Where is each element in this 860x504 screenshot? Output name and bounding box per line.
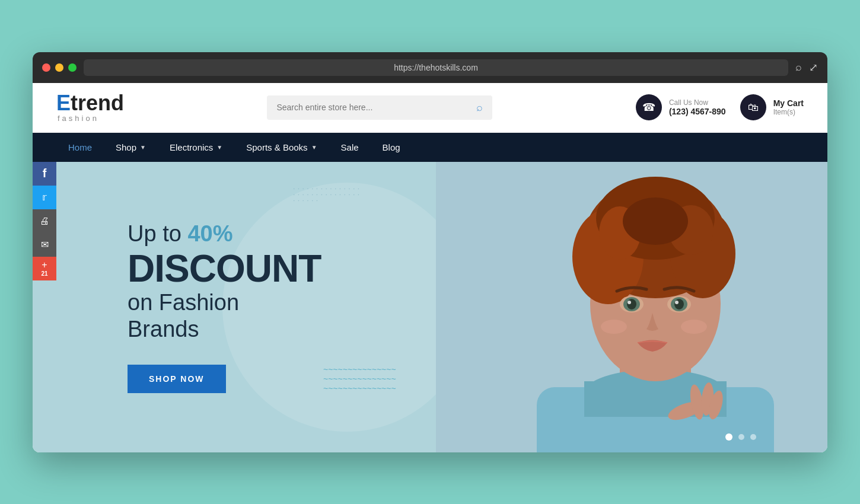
search-icon[interactable]: ⌕ <box>795 61 802 74</box>
facebook-icon: f <box>43 167 47 180</box>
svg-point-20 <box>674 299 684 310</box>
email-icon: ✉ <box>41 239 49 250</box>
cart-sub: Item(s) <box>773 108 804 116</box>
website: Etrend fashion ⌕ ☎ Call Us Now (123) 456… <box>33 83 827 452</box>
hero-image-svg <box>436 162 827 452</box>
hero-percent: 40% <box>187 221 232 246</box>
logo[interactable]: Etrend fashion <box>56 92 124 123</box>
nav-link-sale[interactable]: Sale <box>329 133 371 162</box>
cart-icon: 🛍 <box>740 94 766 120</box>
contact-number: (123) 4567-890 <box>669 107 726 116</box>
nav-item-shop[interactable]: Shop ▼ <box>104 133 158 162</box>
nav-item-electronics[interactable]: Electronics ▼ <box>158 133 234 162</box>
email-button[interactable]: ✉ <box>33 233 56 257</box>
nav-item-home[interactable]: Home <box>56 133 104 162</box>
twitter-button[interactable]: 𝕣 <box>33 186 56 209</box>
nav-item-sports-books[interactable]: Sports & Books ▼ <box>234 133 329 162</box>
chevron-down-icon: ▼ <box>311 144 317 151</box>
logo-text: Etrend <box>56 92 124 114</box>
nav-link-blog[interactable]: Blog <box>371 133 412 162</box>
nav-item-sale[interactable]: Sale <box>329 133 371 162</box>
hero-discount-text: DISCOUNT <box>128 248 317 289</box>
svg-point-22 <box>601 320 627 334</box>
search-input[interactable] <box>276 103 476 112</box>
hero-brands-text: Brands <box>128 316 317 343</box>
search-icon[interactable]: ⌕ <box>476 101 483 114</box>
site-header: Etrend fashion ⌕ ☎ Call Us Now (123) 456… <box>33 83 827 133</box>
twitter-icon: 𝕣 <box>42 192 47 203</box>
contact-info: ☎ Call Us Now (123) 4567-890 <box>636 94 726 120</box>
hero-content: Up to 40% DISCOUNT on Fashion Brands SHO… <box>33 185 365 429</box>
logo-letter: E <box>56 91 71 115</box>
nav-link-electronics[interactable]: Electronics ▼ <box>158 133 234 162</box>
browser-window: https://thehotskills.com ⌕ ⤢ Etrend fash… <box>33 52 827 452</box>
phone-icon: ☎ <box>636 94 662 120</box>
nav-item-blog[interactable]: Blog <box>371 133 412 162</box>
plus-icon: + <box>42 260 47 270</box>
chevron-down-icon: ▼ <box>140 144 146 151</box>
nav-items: Home Shop ▼ Electronics ▼ <box>56 133 412 162</box>
expand-icon[interactable]: ⤢ <box>809 61 818 74</box>
svg-point-21 <box>675 301 679 304</box>
svg-point-13 <box>623 197 688 245</box>
plus-share-button[interactable]: + 21 <box>33 257 56 280</box>
facebook-button[interactable]: f <box>33 162 56 186</box>
nav-link-sports-books[interactable]: Sports & Books ▼ <box>234 133 329 162</box>
maximize-dot[interactable] <box>68 63 77 72</box>
slider-dot-3[interactable] <box>750 434 756 440</box>
hero-image <box>436 162 827 452</box>
nav-label-sports-books: Sports & Books <box>246 142 307 152</box>
cart-text: My Cart Item(s) <box>773 98 804 116</box>
slider-dot-1[interactable] <box>725 433 732 441</box>
print-button[interactable]: 🖨 <box>33 209 56 233</box>
minimize-dot[interactable] <box>55 63 63 72</box>
svg-point-23 <box>681 320 707 334</box>
svg-point-16 <box>627 299 636 310</box>
cart-info[interactable]: 🛍 My Cart Item(s) <box>740 94 804 120</box>
browser-actions: ⌕ ⤢ <box>795 61 818 74</box>
nav-label-electronics: Electronics <box>170 142 213 152</box>
contact-label: Call Us Now <box>669 98 726 107</box>
logo-sub: fashion <box>58 114 99 123</box>
hero-on-text: on Fashion <box>128 289 317 317</box>
site-nav: Home Shop ▼ Electronics ▼ <box>33 133 827 162</box>
header-right: ☎ Call Us Now (123) 4567-890 🛍 My Cart I… <box>636 94 804 120</box>
slider-dots <box>725 433 756 441</box>
nav-label-sale: Sale <box>341 142 359 152</box>
hero-upto-text: Up to 40% <box>128 221 317 248</box>
nav-link-shop[interactable]: Shop ▼ <box>104 133 158 162</box>
url-bar[interactable]: https://thehotskills.com <box>84 59 788 76</box>
slider-dot-2[interactable] <box>738 434 744 440</box>
hero-banner: f 𝕣 🖨 ✉ + 21 ▪▪▪▪▪▪▪▪▪ <box>33 162 827 452</box>
nav-label-shop: Shop <box>116 142 136 152</box>
nav-link-home[interactable]: Home <box>56 133 104 162</box>
nav-label-home: Home <box>68 142 92 152</box>
chevron-down-icon: ▼ <box>216 144 222 151</box>
social-sidebar: f 𝕣 🖨 ✉ + 21 <box>33 162 56 280</box>
close-dot[interactable] <box>42 63 50 72</box>
print-icon: 🖨 <box>40 216 49 227</box>
cart-label: My Cart <box>773 98 804 108</box>
nav-label-blog: Blog <box>383 142 400 152</box>
url-text: https://thehotskills.com <box>394 63 478 72</box>
share-count: 21 <box>41 270 47 277</box>
svg-point-17 <box>628 301 631 304</box>
browser-chrome: https://thehotskills.com ⌕ ⤢ <box>33 52 827 83</box>
browser-dots <box>42 63 77 72</box>
contact-text: Call Us Now (123) 4567-890 <box>669 98 726 116</box>
shop-now-button[interactable]: SHOP NOW <box>128 365 226 393</box>
search-bar[interactable]: ⌕ <box>267 95 492 120</box>
